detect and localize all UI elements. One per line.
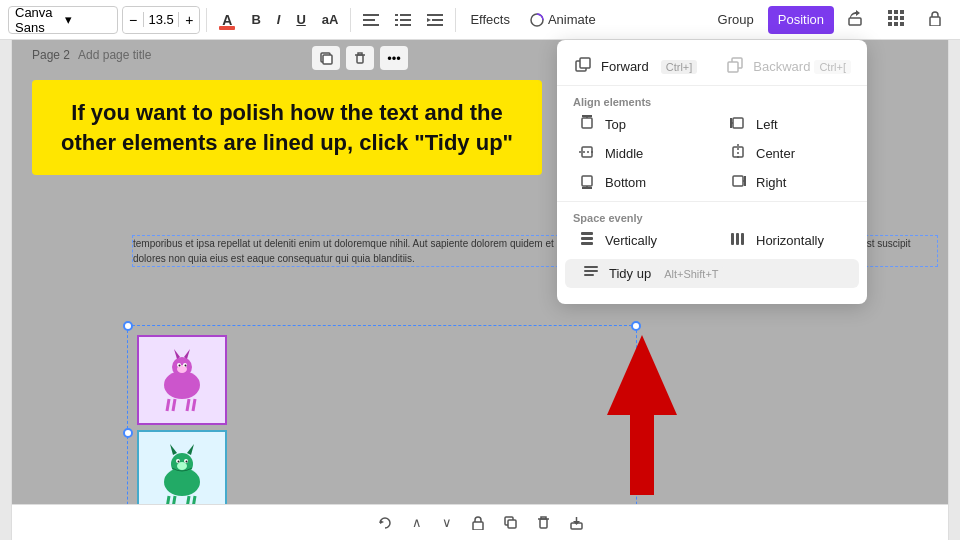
svg-rect-22	[894, 22, 898, 26]
svg-rect-59	[540, 519, 547, 528]
font-selector[interactable]: Canva Sans ▾	[8, 6, 118, 34]
middle-item[interactable]: Middle	[577, 144, 696, 163]
divider-3	[455, 8, 456, 32]
svg-rect-86	[731, 233, 734, 245]
font-size-increase[interactable]: +	[179, 7, 199, 33]
center-label: Center	[756, 146, 795, 161]
effects-button[interactable]: Effects	[462, 6, 518, 34]
svg-rect-17	[900, 10, 904, 14]
svg-rect-20	[900, 16, 904, 20]
divider-2	[557, 201, 867, 202]
forward-row: Forward Ctrl+] Backward Ctrl+[	[557, 52, 867, 81]
italic-button[interactable]: I	[271, 6, 287, 34]
font-size-input[interactable]	[143, 12, 179, 27]
share-icon-btn[interactable]	[838, 6, 874, 34]
svg-rect-5	[395, 19, 398, 21]
vertically-label: Vertically	[605, 233, 657, 248]
font-size-decrease[interactable]: −	[123, 7, 143, 33]
svg-rect-7	[395, 24, 398, 26]
vertically-item-row: Vertically	[561, 226, 712, 255]
bold-button[interactable]: B	[245, 6, 266, 34]
callout-box: If you want to polish how the text and t…	[32, 80, 542, 175]
animate-button[interactable]: Animate	[522, 6, 604, 34]
svg-rect-91	[584, 274, 594, 276]
top-item[interactable]: Top	[577, 115, 696, 134]
aa-button[interactable]: aA	[316, 6, 345, 34]
list-button[interactable]	[389, 6, 417, 34]
align-middle-icon	[577, 144, 597, 163]
tidy-icon	[581, 264, 601, 283]
backward-item[interactable]: Backward	[725, 57, 810, 76]
export-bottom-btn[interactable]	[564, 512, 589, 534]
handle-tl[interactable]	[123, 321, 133, 331]
svg-rect-18	[888, 16, 892, 20]
svg-rect-11	[427, 24, 443, 26]
delete-page-btn[interactable]	[346, 46, 374, 70]
middle-label: Middle	[605, 146, 643, 161]
svg-rect-19	[894, 16, 898, 20]
svg-marker-54	[607, 335, 677, 495]
svg-rect-58	[508, 520, 516, 528]
space-row: Vertically Horizontally	[557, 226, 867, 255]
center-item-row: Center	[712, 139, 863, 168]
arrow-up-btn[interactable]: ∧	[406, 511, 428, 534]
svg-rect-66	[728, 62, 738, 72]
svg-rect-87	[736, 233, 739, 245]
refresh-btn[interactable]	[372, 512, 398, 534]
font-dropdown-icon: ▾	[65, 12, 111, 27]
page-controls: •••	[312, 46, 408, 70]
svg-rect-0	[363, 14, 379, 16]
tidy-up-item[interactable]: Tidy up Alt+Shift+T	[565, 259, 859, 288]
pattern-icon-btn[interactable]	[878, 6, 914, 34]
align-button[interactable]	[357, 6, 385, 34]
svg-rect-67	[582, 118, 592, 128]
svg-rect-56	[473, 522, 483, 530]
forward-item[interactable]: Forward	[573, 57, 657, 76]
svg-rect-6	[400, 19, 411, 21]
horizontally-icon	[728, 231, 748, 250]
align-right-icon	[728, 173, 748, 192]
indent-button[interactable]	[421, 6, 449, 34]
forward-icon	[573, 57, 593, 76]
right-label: Right	[756, 175, 786, 190]
text-color-button[interactable]: A	[213, 6, 241, 34]
svg-rect-15	[888, 10, 892, 14]
arrow-down-btn[interactable]: ∨	[436, 511, 458, 534]
svg-rect-90	[584, 270, 598, 272]
svg-rect-24	[930, 17, 940, 26]
copy-page-btn[interactable]	[312, 46, 340, 70]
center-item[interactable]: Center	[728, 144, 847, 163]
vertically-icon	[577, 231, 597, 250]
divider-2	[350, 8, 351, 32]
delete-bottom-btn[interactable]	[531, 512, 556, 534]
bottom-item[interactable]: Bottom	[577, 173, 696, 192]
font-size-controls: − +	[122, 6, 200, 34]
left-item[interactable]: Left	[728, 115, 847, 134]
top-label: Top	[605, 117, 626, 132]
left-panel	[0, 40, 12, 540]
svg-rect-2	[363, 24, 379, 26]
position-button[interactable]: Position	[768, 6, 834, 34]
group-button[interactable]: Group	[708, 6, 764, 34]
handle-ml[interactable]	[123, 428, 133, 438]
svg-rect-64	[580, 58, 590, 68]
vertically-item[interactable]: Vertically	[577, 231, 696, 250]
lock-bottom-btn[interactable]	[466, 512, 490, 534]
left-label: Left	[756, 117, 778, 132]
svg-rect-3	[395, 14, 398, 16]
lock-icon-btn[interactable]	[918, 6, 952, 34]
handle-tr[interactable]	[631, 321, 641, 331]
forward-label: Forward	[601, 59, 649, 74]
svg-rect-85	[581, 242, 593, 245]
copy-bottom-btn[interactable]	[498, 512, 523, 533]
tidy-label: Tidy up	[609, 266, 651, 281]
right-item[interactable]: Right	[728, 173, 847, 192]
align-top-icon	[577, 115, 597, 134]
align-row-1: Top Left	[557, 110, 867, 139]
svg-rect-77	[582, 176, 592, 186]
underline-button[interactable]: U	[290, 6, 311, 34]
align-row-2: Middle Center	[557, 139, 867, 168]
horizontally-item[interactable]: Horizontally	[728, 231, 847, 250]
more-options-btn[interactable]: •••	[380, 46, 408, 70]
align-center-icon	[728, 144, 748, 163]
